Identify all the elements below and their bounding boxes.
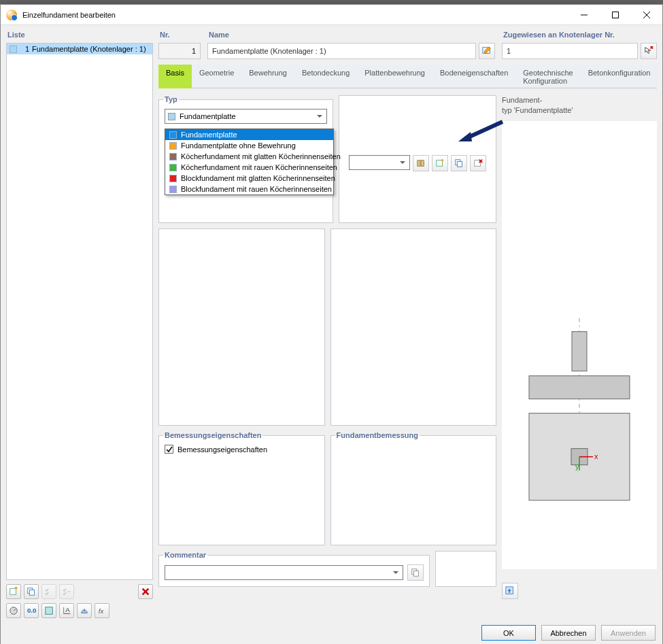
color-swatch: [169, 131, 177, 139]
apply-button: Anwenden: [601, 625, 656, 641]
delete-item-button[interactable]: [138, 584, 153, 599]
app-icon: [6, 10, 17, 20]
tab-bodeneigenschaften[interactable]: Bodeneigenschaften: [432, 65, 515, 88]
typ-dropdown: Fundamentplatte Fundamentplatte ohne Bew…: [165, 129, 334, 195]
typ-label: Typ: [163, 95, 179, 103]
bottom-tray: 0.00 A fx: [1, 599, 662, 622]
uncheck-all-button: [59, 584, 74, 599]
svg-rect-14: [437, 160, 443, 167]
view-mode-button[interactable]: [41, 603, 56, 618]
color-swatch: [10, 46, 17, 53]
preview-description: Fundament-typ 'Fundamentplatte': [502, 95, 657, 116]
svg-text:fx: fx: [99, 607, 105, 615]
window-title: Einzelfundament bearbeiten: [22, 11, 116, 19]
sub-combo[interactable]: [349, 155, 410, 170]
new-sub-button[interactable]: [432, 155, 448, 171]
typ-option[interactable]: Fundamentplatte: [165, 129, 333, 140]
list-label: Liste: [6, 31, 153, 39]
tab-bar: Basis Geometrie Bewehrung Betondeckung P…: [158, 65, 657, 88]
preview-settings-button[interactable]: [502, 583, 518, 599]
svg-rect-24: [572, 331, 587, 371]
svg-point-5: [15, 588, 16, 589]
comment-label: Kommentar: [163, 551, 207, 559]
pick-node-button[interactable]: [641, 43, 657, 59]
comment-pick-button[interactable]: [407, 564, 424, 581]
svg-rect-7: [29, 590, 34, 595]
formula-button[interactable]: fx: [95, 603, 109, 618]
svg-text:x: x: [594, 452, 598, 460]
color-swatch: [169, 164, 177, 171]
graphics-button[interactable]: [77, 603, 92, 618]
typ-option[interactable]: Blockfundament mit rauen Köcherinnenseit…: [165, 184, 333, 194]
list-box[interactable]: 1 Fundamentplatte (Knotenlager : 1): [6, 43, 153, 580]
close-button[interactable]: [631, 5, 662, 25]
nr-section: Nr. 1: [158, 31, 201, 59]
tab-beton-konfig[interactable]: Betonkonfiguration: [581, 65, 658, 88]
list-item-name: Fundamentplatte (Knotenlager : 1): [32, 45, 146, 53]
tab-basis[interactable]: Basis: [158, 65, 192, 88]
new-item-button[interactable]: [6, 584, 21, 599]
assign-input[interactable]: 1: [502, 43, 638, 59]
name-section: Name Fundamentplatte (Knotenlager : 1): [207, 31, 495, 59]
nr-label: Nr.: [158, 31, 201, 39]
units-button[interactable]: [6, 603, 21, 618]
list-toolbar: [6, 580, 153, 599]
list-item[interactable]: 1 Fundamentplatte (Knotenlager : 1): [7, 44, 152, 54]
assign-label: Zugewiesen an Knotenlager Nr.: [502, 31, 657, 39]
tab-betondeckung[interactable]: Betondeckung: [294, 65, 357, 88]
maximize-button[interactable]: [600, 5, 631, 25]
ok-button[interactable]: OK: [481, 625, 536, 641]
foundation-design-group: Fundamentbemessung: [330, 431, 497, 545]
svg-point-15: [441, 159, 444, 162]
precision-button[interactable]: 0.00: [24, 603, 39, 618]
typ-group: Typ Fundamentplatte Fundamentplatte Fund…: [158, 95, 333, 223]
edit-name-button[interactable]: [479, 43, 495, 59]
remove-sub-button[interactable]: [470, 155, 486, 171]
typ-option[interactable]: Köcherfundament mit glatten Köcherinnens…: [165, 151, 333, 162]
comment-group: Kommentar: [158, 551, 430, 587]
nr-input: 1: [158, 43, 201, 59]
comment-side-panel: [435, 551, 496, 587]
svg-text:0.00: 0.00: [27, 607, 36, 614]
tab-bewehrung[interactable]: Bewehrung: [241, 65, 294, 88]
color-swatch: [169, 153, 177, 160]
svg-text:y: y: [575, 462, 579, 470]
name-input[interactable]: Fundamentplatte (Knotenlager : 1): [207, 43, 476, 59]
color-swatch: [169, 142, 177, 150]
cancel-button[interactable]: Abbrechen: [541, 625, 596, 641]
svg-rect-4: [10, 589, 16, 595]
tab-geometrie[interactable]: Geometrie: [192, 65, 241, 88]
svg-rect-25: [529, 375, 630, 399]
show-axes-button[interactable]: A: [59, 603, 74, 618]
dialog-window: Einzelfundament bearbeiten Liste 1 Funda…: [0, 4, 663, 644]
panel-placeholder: [330, 228, 497, 426]
list-section: Liste 1 Fundamentplatte (Knotenlager : 1…: [6, 31, 153, 599]
svg-rect-1: [613, 12, 619, 18]
design-properties-checkbox[interactable]: Bemessungseigenschaften: [165, 445, 319, 454]
minimize-button[interactable]: [568, 5, 600, 25]
color-swatch: [169, 186, 177, 193]
comment-combo[interactable]: [165, 565, 403, 580]
copy-item-button[interactable]: [24, 584, 39, 599]
typ-selected: Fundamentplatte: [180, 112, 236, 120]
svg-rect-18: [475, 160, 481, 167]
typ-option[interactable]: Fundamentplatte ohne Bewehrung: [165, 140, 333, 151]
typ-option[interactable]: Blockfundament mit glatten Köcherinnense…: [165, 173, 333, 184]
check-all-button: [41, 584, 56, 599]
typ-option[interactable]: Köcherfundament mit rauen Köcherinnensei…: [165, 162, 333, 173]
tab-geotech-konfig[interactable]: Geotechnische Konfiguration: [515, 65, 580, 88]
list-item-number: 1: [20, 45, 29, 53]
title-bar: Einzelfundament bearbeiten: [1, 5, 662, 25]
typ-combo[interactable]: Fundamentplatte: [165, 109, 327, 124]
svg-rect-39: [84, 609, 85, 611]
tab-plattenbewehrung[interactable]: Plattenbewehrung: [357, 65, 432, 88]
preview-canvas: x y: [502, 121, 657, 569]
design-properties-group: Bemessungseigenschaften Bemessungseigens…: [158, 431, 325, 545]
color-swatch: [168, 113, 175, 120]
library-button[interactable]: [413, 155, 429, 171]
copy-sub-button[interactable]: [451, 155, 467, 171]
svg-text:A: A: [65, 606, 70, 613]
svg-rect-17: [457, 161, 462, 167]
main-section: Nr. 1 Name Fundamentplatte (Knotenlager …: [158, 31, 657, 599]
svg-rect-22: [413, 571, 418, 576]
